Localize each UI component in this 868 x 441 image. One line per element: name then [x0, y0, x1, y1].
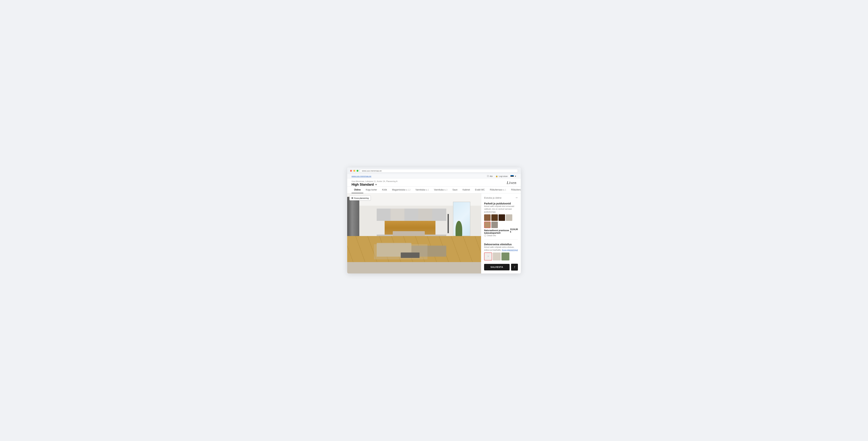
room-title-row: Elutuba ja üldine ✏ — [484, 196, 518, 199]
site-header-bar: www.uus-meremaa.ee ⓘ Abi 🔒 Logi sisse ▼ — [347, 174, 521, 179]
tab-kogu-korter[interactable]: Kogu korter — [363, 187, 379, 193]
save-button[interactable]: SALVESTA — [484, 264, 509, 271]
parquet-section: Parkett ja puidutoonid Antud valik mõjut… — [484, 202, 518, 237]
maximize-dot — [356, 170, 359, 172]
content-area: ⊞ Kuva planeering Elutuba ja üldine ✏ Pa… — [347, 193, 521, 274]
info-icon: i — [484, 234, 487, 237]
parquet-heading: Parkett ja puidutoonid — [484, 202, 518, 205]
product-info-row: Naturaaltooni prantsuse kalasabaparkett … — [484, 228, 518, 234]
wall-desc: Antud valik mõjutab seinu elutoas, esiku… — [484, 246, 518, 251]
wall-swatches: ✕ — [484, 252, 518, 260]
share-button[interactable]: ⤴ — [511, 264, 518, 271]
wall-heading: Dekoorseina viimistlus — [484, 243, 518, 246]
wall-swatch-beige[interactable] — [493, 252, 501, 260]
tab-saun[interactable]: Saun — [450, 187, 460, 193]
edit-icon[interactable]: ✏ — [516, 196, 518, 199]
tab-rodu-terrass-1[interactable]: Rõdu/terrass№ 1 — [487, 187, 509, 193]
parquet-swatch-tan[interactable] — [484, 222, 491, 228]
wall-swatch-none[interactable]: ✕ — [484, 252, 492, 260]
breadcrumb: Uus-Meremaa, Lahepea 11, Korter 24, Plan… — [351, 180, 398, 182]
product-price: 3124,00 € — [510, 228, 518, 233]
liven-logo: Liven — [507, 180, 517, 187]
tab-eraldi-wc[interactable]: Eraldi WC — [472, 187, 487, 193]
room-image-panel: ⊞ Kuva planeering — [347, 193, 481, 274]
sidebar-panel: Elutuba ja üldine ✏ Parkett ja puidutoon… — [481, 193, 521, 274]
tab-rodu-terrass-2[interactable]: Rõdu/terras› — [509, 187, 521, 193]
brand-header: Uus-Meremaa, Lahepea 11, Korter 24, Plan… — [347, 179, 521, 187]
property-name: High Standard — [351, 183, 374, 187]
show-plan-button[interactable]: ⊞ Kuva planeering — [349, 195, 371, 200]
tab-uuldine[interactable]: Üldine — [351, 187, 363, 193]
parquet-swatch-brown2[interactable] — [491, 214, 498, 221]
login-label: Logi sisse — [499, 175, 507, 177]
minimize-dot — [353, 170, 355, 172]
floor-lamp — [447, 214, 449, 233]
login-button[interactable]: 🔒 Logi sisse — [495, 175, 507, 177]
property-title[interactable]: High Standard ▼ — [351, 183, 398, 187]
wall-plan-link[interactable]: Kuva planeeringul — [502, 249, 518, 251]
wall-swatch-green[interactable] — [501, 252, 509, 260]
tab-kabinet[interactable]: Kabinet — [460, 187, 472, 193]
save-row: SALVESTA ⤴ — [484, 264, 518, 271]
detail-info-label: Detail info — [487, 234, 496, 237]
parquet-swatches — [484, 214, 518, 228]
plan-button-label: Kuva planeering — [354, 197, 369, 199]
tab-magamistuba[interactable]: Magamistuba№ 1.2 — [390, 187, 413, 193]
share-icon: ⤴ — [514, 266, 515, 269]
header-right-actions: ⓘ Abi 🔒 Logi sisse ▼ — [487, 175, 517, 178]
area-rug — [374, 244, 428, 259]
help-circle-icon: ⓘ — [487, 175, 489, 178]
help-label: Abi — [490, 175, 493, 177]
parquet-swatch-grey2[interactable] — [491, 222, 498, 228]
tab-vannituba-1[interactable]: Vannituba№ 1 — [413, 187, 431, 193]
room-scene — [347, 193, 481, 262]
parquet-swatch-brown3[interactable] — [499, 214, 505, 221]
property-dropdown-icon: ▼ — [375, 183, 377, 186]
address-bar[interactable]: www.uus-meremaa.ee — [360, 169, 518, 172]
parquet-swatch-brown1[interactable] — [484, 214, 491, 221]
detail-info-link[interactable]: i Detail info — [484, 234, 518, 237]
kitchen-upper-cabinets — [377, 209, 446, 221]
lock-icon: 🔒 — [495, 175, 498, 177]
help-button[interactable]: ⓘ Abi — [487, 175, 493, 178]
tab-vannituba-2[interactable]: Vannituba№ 2 — [431, 187, 450, 193]
language-selector[interactable]: ▼ — [510, 175, 517, 177]
wall-section: Dekoorseina viimistlus Antud valik mõjut… — [484, 243, 518, 260]
browser-top-bar: www.uus-meremaa.ee — [347, 167, 521, 174]
product-name: Naturaaltooni prantsuse kalasabaparkett — [484, 229, 510, 234]
room-section-title: Elutuba ja üldine — [484, 196, 501, 199]
browser-window: www.uus-meremaa.ee www.uus-meremaa.ee ⓘ … — [347, 167, 521, 274]
brand-left: Uus-Meremaa, Lahepea 11, Korter 24, Plan… — [351, 180, 398, 187]
close-dot — [350, 170, 352, 172]
tab-kook[interactable]: Köök — [379, 187, 390, 193]
chevron-down-icon: ▼ — [515, 175, 517, 177]
parquet-swatch-grey1[interactable] — [506, 214, 512, 221]
parquet-desc: Antud valik mõjutab teisi erinevaid vali… — [484, 205, 518, 213]
plan-icon: ⊞ — [351, 197, 353, 199]
plant — [456, 221, 462, 238]
site-url-link[interactable]: www.uus-meremaa.ee — [351, 175, 371, 177]
flag-icon — [510, 175, 514, 177]
nav-tabs: Üldine Kogu korter Köök Magamistuba№ 1.2… — [347, 187, 521, 193]
